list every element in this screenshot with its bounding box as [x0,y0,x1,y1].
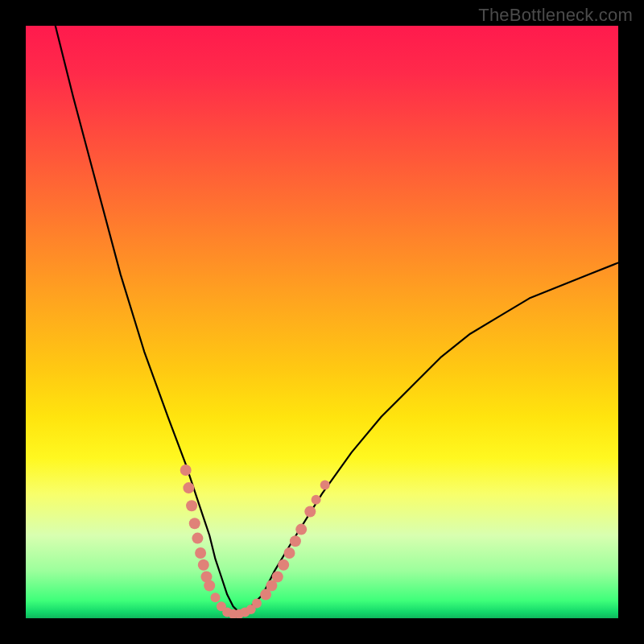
marker-point [186,500,197,511]
curve-layer [56,26,618,613]
marker-point [284,547,295,559]
marker-point [195,547,206,559]
marker-layer [180,464,330,618]
marker-point [211,592,221,602]
marker-point [189,518,200,529]
bottleneck-curve [56,26,618,613]
marker-point [198,559,209,571]
marker-point [272,572,283,583]
marker-point [290,535,301,547]
marker-point [320,480,330,489]
marker-point [295,524,307,535]
plot-area [26,26,618,618]
marker-point [180,464,192,476]
watermark-text: TheBottleneck.com [478,5,633,26]
chart-svg [26,26,618,618]
marker-point [183,482,194,493]
marker-point [204,580,215,592]
marker-point [192,533,203,544]
marker-point [252,599,262,609]
marker-point [304,506,316,518]
marker-point [312,495,321,505]
chart-container: TheBottleneck.com [0,0,644,644]
marker-point [278,559,289,571]
